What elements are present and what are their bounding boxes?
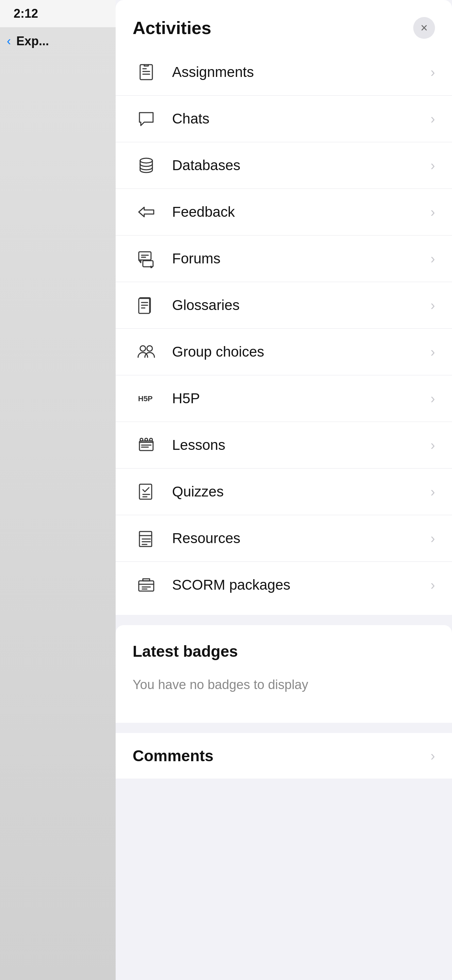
activities-header: Activities × bbox=[116, 0, 452, 49]
forums-label: Forums bbox=[172, 250, 427, 267]
comments-row[interactable]: Comments › bbox=[116, 733, 452, 778]
glossaries-label: Glossaries bbox=[172, 297, 427, 313]
activity-item-forums[interactable]: Forums › bbox=[116, 235, 452, 282]
scorm-packages-chevron: › bbox=[431, 578, 435, 593]
svg-text:H5P: H5P bbox=[138, 395, 153, 403]
quizzes-chevron: › bbox=[431, 484, 435, 500]
feedback-label: Feedback bbox=[172, 204, 427, 220]
svg-point-4 bbox=[140, 158, 152, 163]
lessons-icon bbox=[133, 431, 160, 459]
assignments-chevron: › bbox=[431, 65, 435, 80]
svg-rect-9 bbox=[143, 261, 153, 267]
resources-label: Resources bbox=[172, 530, 427, 546]
group-choices-label: Group choices bbox=[172, 344, 427, 360]
latest-badges-title: Latest badges bbox=[133, 642, 435, 660]
group-choices-chevron: › bbox=[431, 344, 435, 360]
svg-rect-11 bbox=[139, 298, 150, 313]
latest-badges-empty: You have no badges to display bbox=[133, 671, 435, 706]
activity-item-quizzes[interactable]: Quizzes › bbox=[116, 469, 452, 515]
activity-item-chats[interactable]: Chats › bbox=[116, 95, 452, 142]
bg-topbar: ‹ Exp... bbox=[0, 27, 116, 55]
feedback-chevron: › bbox=[431, 205, 435, 220]
bg-back-icon: ‹ bbox=[7, 34, 11, 48]
quizzes-icon bbox=[133, 478, 160, 505]
scorm-packages-label: SCORM packages bbox=[172, 577, 427, 593]
close-button[interactable]: × bbox=[413, 17, 435, 39]
latest-badges-panel: Latest badges You have no badges to disp… bbox=[116, 625, 452, 723]
activity-item-resources[interactable]: Resources › bbox=[116, 515, 452, 562]
svg-point-20 bbox=[145, 438, 147, 441]
resources-icon bbox=[133, 525, 160, 552]
activity-item-feedback[interactable]: Feedback › bbox=[116, 189, 452, 235]
forums-chevron: › bbox=[431, 251, 435, 266]
h5p-label: H5P bbox=[172, 390, 427, 407]
svg-point-19 bbox=[140, 438, 143, 441]
comments-chevron: › bbox=[431, 748, 435, 764]
activity-item-assignments[interactable]: Assignments › bbox=[116, 49, 452, 95]
svg-marker-5 bbox=[139, 207, 154, 217]
glossaries-icon bbox=[133, 292, 160, 319]
databases-label: Databases bbox=[172, 157, 427, 173]
chats-label: Chats bbox=[172, 111, 427, 127]
svg-rect-6 bbox=[139, 252, 151, 260]
chats-chevron: › bbox=[431, 111, 435, 127]
lessons-chevron: › bbox=[431, 438, 435, 453]
feedback-icon bbox=[133, 198, 160, 226]
databases-icon bbox=[133, 152, 160, 179]
lessons-label: Lessons bbox=[172, 437, 427, 453]
assignments-icon bbox=[133, 59, 160, 86]
activity-item-glossaries[interactable]: Glossaries › bbox=[116, 282, 452, 329]
databases-chevron: › bbox=[431, 158, 435, 173]
activity-item-scorm-packages[interactable]: SCORM packages › bbox=[116, 562, 452, 608]
h5p-chevron: › bbox=[431, 391, 435, 406]
activities-list: Assignments › Chats › bbox=[116, 49, 452, 608]
activity-item-h5p[interactable]: H5P H5P › bbox=[116, 375, 452, 422]
resources-chevron: › bbox=[431, 531, 435, 546]
glossaries-chevron: › bbox=[431, 298, 435, 313]
svg-point-15 bbox=[140, 346, 146, 351]
status-time: 2:12 bbox=[14, 6, 38, 21]
activities-panel: Activities × Assignments › bbox=[116, 0, 452, 615]
assignments-label: Assignments bbox=[172, 64, 427, 80]
activity-item-group-choices[interactable]: Group choices › bbox=[116, 329, 452, 375]
svg-point-21 bbox=[150, 438, 152, 441]
svg-rect-0 bbox=[140, 65, 152, 80]
quizzes-label: Quizzes bbox=[172, 484, 427, 500]
background-page: ‹ Exp... bbox=[0, 27, 116, 980]
comments-title: Comments bbox=[133, 746, 214, 765]
h5p-icon: H5P bbox=[133, 385, 160, 412]
chats-icon bbox=[133, 105, 160, 132]
group-choices-icon bbox=[133, 338, 160, 366]
scorm-packages-icon bbox=[133, 571, 160, 598]
forums-icon bbox=[133, 245, 160, 272]
activity-item-databases[interactable]: Databases › bbox=[116, 142, 452, 189]
activity-item-lessons[interactable]: Lessons › bbox=[116, 422, 452, 469]
svg-point-16 bbox=[147, 346, 152, 351]
activities-title: Activities bbox=[133, 18, 211, 38]
modal-overlay: Activities × Assignments › bbox=[116, 0, 452, 980]
bg-title: Exp... bbox=[16, 34, 49, 48]
